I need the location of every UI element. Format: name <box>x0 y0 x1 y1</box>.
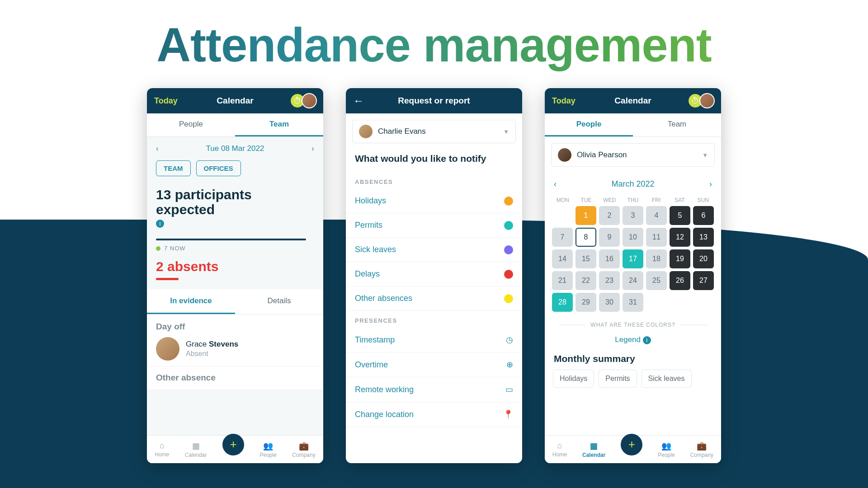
calendar-day[interactable]: 30 <box>599 293 620 312</box>
chip-holidays[interactable]: Holidays <box>553 370 594 388</box>
calendar-day[interactable]: 4 <box>646 206 667 225</box>
calendar-day[interactable]: 11 <box>646 228 667 247</box>
user-select[interactable]: Charlie Evans ▼ <box>352 120 516 143</box>
nav-calendar[interactable]: ▦Calendar <box>582 441 605 458</box>
chip-permits[interactable]: Permits <box>599 370 637 388</box>
calendar-day[interactable]: 17 <box>623 249 643 268</box>
chip-sick[interactable]: Sick leaves <box>642 370 692 388</box>
calendar-day[interactable]: 16 <box>599 249 620 268</box>
dot-icon <box>504 294 513 303</box>
today-tab[interactable]: Today <box>154 96 178 106</box>
nav-company[interactable]: 💼Company <box>292 441 315 458</box>
caret-down-icon: ▼ <box>702 152 708 159</box>
row-permits[interactable]: Permits <box>346 213 522 238</box>
calendar-day[interactable]: 15 <box>576 249 596 268</box>
pill-team[interactable]: TEAM <box>156 160 191 176</box>
user-select[interactable]: Olivia Pearson ▼ <box>551 143 715 167</box>
calendar-day[interactable]: 31 <box>623 293 643 312</box>
calendar-day[interactable]: 12 <box>670 228 690 247</box>
dow-cell: FRI <box>646 197 667 203</box>
screen-title: Request or report <box>398 96 470 106</box>
dow-cell: SUN <box>692 197 714 203</box>
back-icon[interactable]: ← <box>353 94 364 107</box>
calendar-day[interactable]: 26 <box>670 271 690 290</box>
row-delays[interactable]: Delays <box>346 262 522 286</box>
row-timestamp[interactable]: Timestamp◷ <box>346 328 522 352</box>
month-next-icon[interactable]: › <box>709 179 712 189</box>
presences-header: PRESENCES <box>346 311 522 328</box>
nav-company[interactable]: 💼Company <box>690 441 713 458</box>
legend-link[interactable]: Legend i <box>545 328 721 353</box>
dow-cell: THU <box>622 197 644 203</box>
calendar-day[interactable]: 2 <box>599 206 620 225</box>
bottom-nav: ⌂Home ▦Calendar + 👥People 💼Company <box>147 435 323 463</box>
month-label[interactable]: March 2022 <box>611 179 654 189</box>
tab-people[interactable]: People <box>147 113 235 136</box>
current-date[interactable]: Tue 08 Mar 2022 <box>206 144 264 153</box>
today-tab[interactable]: Today <box>552 96 576 106</box>
dow-cell: TUE <box>576 197 597 203</box>
dow-row: MONTUEWEDTHUFRISATSUN <box>545 193 721 206</box>
absences-header: ABSENCES <box>346 172 522 189</box>
tab-team[interactable]: Team <box>235 113 323 136</box>
avatar <box>359 125 373 138</box>
briefcase-icon: 💼 <box>299 441 309 451</box>
user-avatar[interactable] <box>302 93 317 108</box>
row-location[interactable]: Change location📍 <box>346 402 522 427</box>
fab-add-button[interactable]: + <box>621 434 642 455</box>
calendar-day[interactable]: 29 <box>576 293 596 312</box>
tab-people[interactable]: People <box>545 113 633 136</box>
calendar-day[interactable]: 23 <box>599 271 620 290</box>
subtab-details[interactable]: Details <box>235 289 323 314</box>
calendar-day[interactable]: 13 <box>693 228 714 247</box>
fab-add-button[interactable]: + <box>222 434 244 455</box>
calendar-day[interactable]: 24 <box>623 271 643 290</box>
calendar-day[interactable]: 22 <box>576 271 596 290</box>
calendar-tab[interactable]: Calendar <box>614 96 651 106</box>
calendar-day[interactable]: 20 <box>693 249 714 268</box>
date-prev-icon[interactable]: ‹ <box>156 144 159 153</box>
calendar-day[interactable]: 5 <box>670 206 690 225</box>
calendar-day[interactable]: 7 <box>552 228 573 247</box>
dot-icon <box>504 245 513 254</box>
calendar-day[interactable]: 9 <box>599 228 620 247</box>
calendar-day[interactable]: 21 <box>552 271 573 290</box>
pill-offices[interactable]: OFFICES <box>196 160 241 176</box>
subtab-evidence[interactable]: In evidence <box>147 289 235 314</box>
info-icon[interactable]: i <box>156 220 164 228</box>
tab-team[interactable]: Team <box>633 113 721 136</box>
month-prev-icon[interactable]: ‹ <box>554 179 557 189</box>
calendar-day[interactable]: 3 <box>623 206 643 225</box>
calendar-day[interactable]: 27 <box>693 271 714 290</box>
dot-icon <box>504 270 513 279</box>
row-sick[interactable]: Sick leaves <box>346 238 522 262</box>
calendar-day[interactable]: 19 <box>670 249 690 268</box>
row-overtime[interactable]: Overtime⊕ <box>346 352 522 377</box>
calendar-tab[interactable]: Calendar <box>217 96 253 106</box>
pin-icon: 📍 <box>503 409 513 419</box>
home-icon: ⌂ <box>557 441 562 450</box>
nav-home[interactable]: ⌂Home <box>552 441 567 458</box>
absents-count: 2 absents <box>147 252 323 278</box>
calendar-grid: 1234567891011121314151617181920212223242… <box>545 206 721 312</box>
nav-people[interactable]: 👥People <box>658 441 675 458</box>
calendar-day[interactable]: 14 <box>552 249 573 268</box>
nav-people[interactable]: 👥People <box>259 441 276 458</box>
user-avatar[interactable] <box>699 93 715 108</box>
avatar <box>558 148 571 162</box>
progress-bar <box>156 239 306 240</box>
calendar-day[interactable]: 25 <box>646 271 667 290</box>
nav-home[interactable]: ⌂Home <box>155 441 169 458</box>
calendar-day[interactable]: 10 <box>623 228 643 247</box>
row-remote[interactable]: Remote working▭ <box>346 377 522 402</box>
nav-calendar[interactable]: ▦Calendar <box>185 441 207 458</box>
calendar-day[interactable]: 6 <box>693 206 714 225</box>
date-next-icon[interactable]: › <box>311 144 314 153</box>
calendar-day[interactable]: 1 <box>576 206 596 225</box>
row-holidays[interactable]: Holidays <box>346 189 522 213</box>
row-other[interactable]: Other absences <box>346 286 522 311</box>
person-row[interactable]: Grace Stevens Absent <box>156 337 314 361</box>
calendar-day[interactable]: 18 <box>646 249 667 268</box>
calendar-day[interactable]: 28 <box>552 293 573 312</box>
calendar-day[interactable]: 8 <box>576 228 596 247</box>
